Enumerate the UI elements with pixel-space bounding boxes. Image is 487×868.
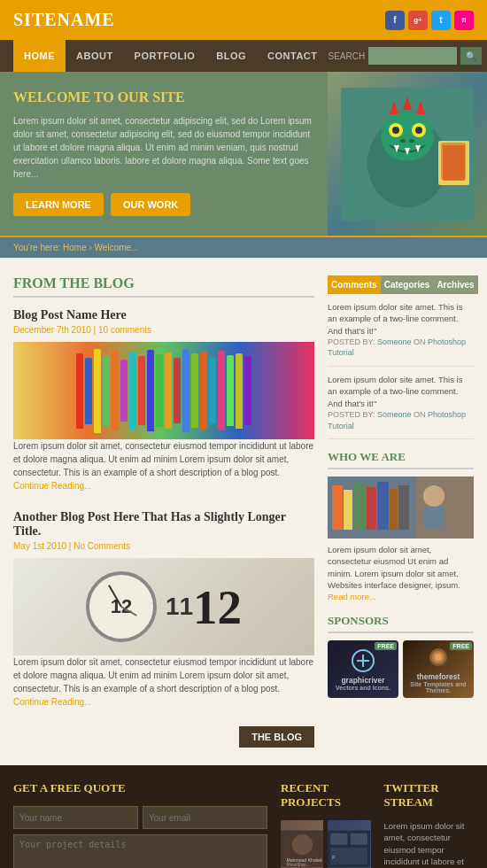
comment-2-text: Lorem ipsum dolor site amet. This is an … (328, 374, 474, 409)
our-work-button[interactable]: OUR WORK (111, 193, 190, 216)
hero-text: Lorem ipsum dolor sit amet, consectetur … (13, 114, 314, 181)
svg-rect-20 (423, 507, 444, 529)
hero-title: WELCOME TO OUR SITE (13, 89, 314, 105)
quote-details-input[interactable] (13, 834, 267, 868)
comment-1-posted: POSTED BY: Someone ON Photoshop Tutorial (328, 337, 474, 359)
search-button[interactable]: 🔍 (460, 47, 482, 65)
tab-archives[interactable]: Archives (433, 275, 477, 294)
footer-quote-col: GET A FREE QUOTE SUBMIT! (13, 781, 267, 868)
footer-projects-title: RECENT PROJECTS (281, 781, 371, 810)
svg-text:P: P (332, 856, 335, 860)
sponsor-themeforest[interactable]: FREE themeforest Site Templates and Them… (403, 640, 474, 698)
learn-more-button[interactable]: LEARN MORE (13, 193, 104, 216)
sponsors-grid: FREE graphicriver Vectors and Icons. FRE… (328, 640, 474, 698)
who-we-are-image (328, 477, 474, 539)
footer-quote-title: GET A FREE QUOTE (13, 781, 267, 795)
svg-point-19 (423, 485, 444, 507)
sponsor-graphicriver[interactable]: FREE graphicriver Vectors and Icons. (328, 640, 398, 698)
comment-1-text: Lorem ipsum dolor site amet. This is an … (328, 301, 474, 337)
nav-about[interactable]: ABOUT (66, 40, 124, 72)
svg-rect-23 (344, 490, 352, 530)
blog-post-2: Another Blog Post Here That Has a Slight… (13, 510, 314, 709)
svg-text:Mahmoud Khaled: Mahmoud Khaled (286, 857, 321, 863)
hero-image (328, 72, 487, 236)
tweet-1: Lorem ipsum dolor sit amet, consectetur … (384, 820, 475, 868)
tab-comments[interactable]: Comments (328, 275, 381, 294)
quote-email-input[interactable] (143, 806, 267, 829)
svg-rect-17 (441, 143, 466, 180)
svg-rect-26 (377, 482, 389, 530)
flickr-icon[interactable]: fl (454, 11, 474, 30)
comment-2: Lorem ipsum dolor site amet. This is an … (328, 374, 474, 439)
social-icons: f g+ t fl (385, 11, 474, 30)
sponsor-graphicriver-sub: Vectors and Icons. (336, 685, 390, 691)
comment-2-author[interactable]: Someone (377, 410, 412, 419)
svg-point-34 (292, 834, 313, 855)
post-2-image: 12 11 12 (13, 558, 314, 655)
footer-twitter-title: TWITTER STREAM (384, 781, 475, 810)
svg-point-6 (415, 127, 422, 134)
search-input[interactable] (368, 47, 457, 65)
breadcrumb: You're here: Home › Welcome... (0, 236, 487, 258)
post-2-meta: May 1st 2010 | No Comments (13, 541, 314, 551)
sponsor-graphicriver-name: graphicriver (341, 676, 384, 685)
who-text: Lorem ipsum dolor sit amet, consectetur … (328, 544, 474, 602)
svg-rect-22 (332, 485, 343, 530)
post-2-title: Another Blog Post Here That Has a Slight… (13, 510, 314, 539)
projects-grid: Mahmoud Khaled PhotoShop... P Count Down (281, 820, 371, 868)
search-bar: SEARCH 🔍 (329, 47, 483, 65)
post-1-text: Lorem ipsum dolor sit amet, consectetur … (13, 439, 314, 492)
googleplus-icon[interactable]: g+ (408, 11, 428, 30)
svg-rect-40 (330, 848, 367, 864)
nav-links: HOME ABOUT PORTFOLIO BLOG CONTACT (13, 40, 329, 72)
tab-categories[interactable]: Categories (381, 275, 434, 294)
hero-buttons: LEARN MORE OUR WORK (13, 193, 314, 216)
svg-rect-27 (390, 489, 398, 530)
post-2-text: Lorem ipsum dolor sit amet, consectetur … (13, 655, 314, 709)
nav: HOME ABOUT PORTFOLIO BLOG CONTACT SEARCH… (0, 40, 487, 72)
post-1-image (13, 342, 314, 439)
nav-home[interactable]: HOME (13, 40, 66, 72)
sponsor-themeforest-sub: Site Templates and Themes. (406, 681, 470, 694)
post-2-continue[interactable]: Continue Reading... (13, 697, 91, 707)
svg-point-32 (435, 654, 442, 661)
hero-content: WELCOME TO OUR SITE Lorem ipsum dolor si… (0, 72, 328, 236)
nav-portfolio[interactable]: PORTFOLIO (124, 40, 206, 72)
nav-contact[interactable]: CONTACT (257, 40, 328, 72)
project-1[interactable]: Mahmoud Khaled PhotoShop... (281, 820, 323, 868)
nav-blog[interactable]: BLOG (205, 40, 257, 72)
who-we-are-title: WHO WE ARE (328, 450, 474, 469)
svg-point-14 (409, 139, 414, 143)
facebook-icon[interactable]: f (385, 11, 405, 30)
breadcrumb-text: You're here: Home › Welcome... (13, 243, 138, 252)
blog-section: FROM THE BLOG Blog Post Name Here Decemb… (13, 275, 314, 748)
comment-1: Lorem ipsum dolor site amet. This is an … (328, 301, 474, 367)
post-1-title: Blog Post Name Here (13, 308, 314, 322)
comment-2-posted: POSTED BY: Someone ON Photoshop Tutorial (328, 409, 474, 431)
hero-section: WELCOME TO OUR SITE Lorem ipsum dolor si… (0, 72, 487, 236)
sidebar: Comments Categories Archives Lorem ipsum… (328, 275, 474, 748)
svg-rect-38 (330, 833, 347, 845)
footer-twitter-col: TWITTER STREAM Lorem ipsum dolor sit ame… (384, 781, 475, 868)
the-blog-button[interactable]: THE BLOG (239, 726, 314, 748)
svg-rect-24 (353, 484, 366, 530)
svg-point-13 (400, 139, 406, 143)
quote-name-input[interactable] (13, 806, 138, 829)
graphicriver-logo-icon (341, 647, 385, 674)
who-read-more[interactable]: Read more... (328, 592, 376, 601)
hero-image-placeholder (328, 72, 487, 236)
comment-1-author[interactable]: Someone (377, 337, 412, 346)
main-content: FROM THE BLOG Blog Post Name Here Decemb… (0, 258, 487, 765)
post-1-continue[interactable]: Continue Reading... (13, 481, 91, 491)
blog-btn-row: THE BLOG (13, 726, 314, 748)
project-2[interactable]: P (328, 820, 370, 868)
twitter-icon[interactable]: t (431, 11, 451, 30)
header: SITENAME f g+ t fl (0, 0, 487, 40)
svg-rect-39 (351, 833, 367, 845)
sponsors-title: SPONSORS (328, 614, 474, 633)
svg-rect-25 (367, 487, 376, 530)
sponsor-graphicriver-badge: FREE (375, 642, 397, 650)
sidebar-tabs: Comments Categories Archives (328, 275, 474, 294)
sponsor-themeforest-name: themeforest (417, 672, 460, 681)
quote-form-name-email-row (13, 806, 267, 829)
